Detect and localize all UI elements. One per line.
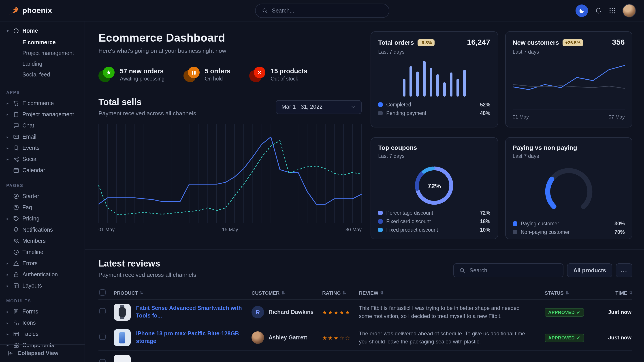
brand-logo[interactable]: phoenix bbox=[8, 5, 85, 16]
sidebar-item-email[interactable]: ▸Email bbox=[0, 131, 84, 142]
sidebar-item-chat[interactable]: Chat bbox=[0, 120, 84, 131]
reviews-search[interactable] bbox=[453, 263, 564, 277]
collapsed-view-label: Collapsed View bbox=[18, 350, 58, 357]
column-header-rating[interactable]: RATING⇅ bbox=[322, 290, 359, 295]
caret-icon: ▸ bbox=[5, 283, 10, 288]
sidebar-item-layouts[interactable]: ▸Layouts bbox=[0, 280, 84, 291]
brand-name: phoenix bbox=[22, 6, 52, 15]
x-tick: 01 May bbox=[98, 227, 114, 232]
sidebar-item-events[interactable]: ▸Events bbox=[0, 142, 84, 153]
users-icon bbox=[13, 238, 19, 244]
legend-swatch bbox=[513, 221, 517, 226]
stat-value: 15 products bbox=[271, 67, 308, 74]
sidebar-item-home[interactable]: ▾Home bbox=[0, 25, 84, 36]
global-search-input[interactable] bbox=[272, 7, 382, 14]
select-all-checkbox[interactable] bbox=[99, 289, 106, 295]
review-row: Fitbit Sense Advanced Smartwatch with To… bbox=[98, 300, 632, 325]
sidebar-item-forms[interactable]: ▸Forms bbox=[0, 306, 84, 317]
card-title: New customers bbox=[513, 39, 559, 46]
sort-icon: ⇅ bbox=[342, 291, 346, 295]
sidebar-subitem-project-management[interactable]: Project management bbox=[0, 48, 84, 58]
sidebar-subitem-e-commerce[interactable]: E commerce bbox=[0, 37, 84, 48]
review-row bbox=[98, 351, 632, 362]
card-period: Last 7 days bbox=[378, 49, 490, 54]
sidebar-item-pricing[interactable]: ▸Pricing bbox=[0, 213, 84, 224]
column-header-product[interactable]: PRODUCT⇅ bbox=[114, 290, 252, 295]
paying-legend: Paying customer30%Non-paying customer70% bbox=[513, 221, 625, 235]
page-subtitle: Here's what's going on at your business … bbox=[98, 47, 362, 54]
column-header-customer[interactable]: CUSTOMER⇅ bbox=[252, 290, 322, 295]
sidebar-item-calendar[interactable]: Calendar bbox=[0, 165, 84, 176]
legend-label: Fixed card discount bbox=[386, 219, 431, 224]
product-image bbox=[114, 304, 131, 321]
sidebar-item-authentication[interactable]: ▸Authentication bbox=[0, 269, 84, 280]
notifications-button[interactable] bbox=[595, 7, 602, 14]
theme-toggle-button[interactable] bbox=[576, 4, 588, 17]
date-range-value: Mar 1 - 31, 2022 bbox=[282, 104, 322, 110]
lock-icon bbox=[13, 271, 19, 278]
sidebar-item-errors[interactable]: ▸Errors bbox=[0, 258, 84, 269]
more-options-button[interactable]: ... bbox=[616, 263, 632, 277]
review-text: This Fitbit is fantastic! I was trying t… bbox=[359, 304, 545, 320]
row-checkbox[interactable] bbox=[99, 334, 106, 340]
status-badge: APPROVED✓ bbox=[545, 334, 584, 342]
sidebar-item-project-management[interactable]: ▸Project management bbox=[0, 109, 84, 120]
legend-value: 18% bbox=[480, 219, 490, 224]
caret-icon: ▸ bbox=[5, 134, 10, 139]
sidebar-item-label: Tables bbox=[22, 331, 38, 337]
total-orders-value: 16,247 bbox=[467, 38, 490, 47]
legend-swatch bbox=[378, 219, 383, 224]
product-link[interactable]: Fitbit Sense Advanced Smartwatch with To… bbox=[136, 305, 244, 320]
sidebar-item-members[interactable]: Members bbox=[0, 235, 84, 246]
reviews-search-input[interactable] bbox=[470, 267, 558, 274]
stat-caption: On hold bbox=[205, 76, 230, 81]
global-search[interactable] bbox=[255, 3, 389, 18]
customer-name: Ashley Garrett bbox=[268, 335, 307, 341]
sidebar-subitem-landing[interactable]: Landing bbox=[0, 58, 84, 69]
sort-icon: ⇅ bbox=[380, 291, 384, 295]
status-badge: APPROVED✓ bbox=[545, 308, 584, 317]
sidebar-item-e-commerce[interactable]: ▸E commerce bbox=[0, 97, 84, 109]
gauge-chart-svg bbox=[541, 165, 596, 216]
sidebar-item-label: Calendar bbox=[22, 167, 45, 173]
calendar-icon bbox=[13, 167, 19, 173]
apps-menu-button[interactable] bbox=[609, 7, 616, 14]
order-bar bbox=[423, 61, 426, 97]
total-sells-chart-area bbox=[98, 124, 362, 223]
total-sells-subtitle: Payment received across all channels bbox=[98, 110, 196, 117]
date-range-select[interactable]: Mar 1 - 31, 2022 bbox=[276, 100, 362, 114]
sidebar-section-title-apps: APPS bbox=[0, 83, 84, 97]
sidebar-item-notifications[interactable]: Notifications bbox=[0, 224, 84, 235]
sidebar-item-label: Email bbox=[22, 133, 36, 140]
top-coupons-legend: Percentage discount72%Fixed card discoun… bbox=[378, 210, 490, 233]
user-avatar[interactable] bbox=[622, 4, 636, 17]
sidebar-item-timeline[interactable]: Timeline bbox=[0, 246, 84, 258]
total-sells-header: Total sells Payment received across all … bbox=[98, 97, 362, 117]
column-header-time[interactable]: TIME⇅ bbox=[598, 290, 632, 295]
legend-label: Percentage discount bbox=[386, 210, 433, 216]
sidebar-item-faq[interactable]: Faq bbox=[0, 202, 84, 213]
reviews-table-body: Fitbit Sense Advanced Smartwatch with To… bbox=[98, 300, 632, 362]
column-header-status[interactable]: STATUS⇅ bbox=[545, 290, 598, 295]
legend-item-paying-customer: Paying customer30% bbox=[513, 221, 625, 226]
sidebar-item-tables[interactable]: ▸Tables bbox=[0, 328, 84, 340]
legend-swatch bbox=[513, 230, 517, 234]
collapsed-view-toggle[interactable]: Collapsed View bbox=[0, 344, 84, 362]
row-checkbox[interactable] bbox=[99, 308, 106, 314]
change-badge: +26.5% bbox=[562, 39, 583, 46]
product-link[interactable]: iPhone 13 pro max-Pacific Blue-128GB sto… bbox=[136, 330, 244, 345]
x-tick: 15 May bbox=[222, 227, 238, 232]
sidebar-item-social[interactable]: ▸Social bbox=[0, 153, 84, 165]
new-customers-chart bbox=[513, 62, 625, 104]
sidebar-subitem-social-feed[interactable]: Social feed bbox=[0, 69, 84, 80]
total-orders-card: Total orders -6.8% 16,247 Last 7 days Co… bbox=[370, 31, 498, 127]
column-header-review[interactable]: REVIEW⇅ bbox=[359, 290, 545, 295]
sidebar-item-starter[interactable]: Starter bbox=[0, 191, 84, 202]
paying-vs-non-paying-card: Paying vs non paying Last 7 days Paying … bbox=[505, 137, 632, 239]
sidebar-item-icons[interactable]: ▸Icons bbox=[0, 317, 84, 328]
row-checkbox[interactable] bbox=[99, 359, 106, 362]
all-products-button[interactable]: All products bbox=[567, 263, 612, 277]
apps-grid-icon bbox=[609, 7, 616, 14]
reviews-controls: All products ... bbox=[453, 263, 632, 277]
review-time: Just now bbox=[598, 335, 632, 341]
